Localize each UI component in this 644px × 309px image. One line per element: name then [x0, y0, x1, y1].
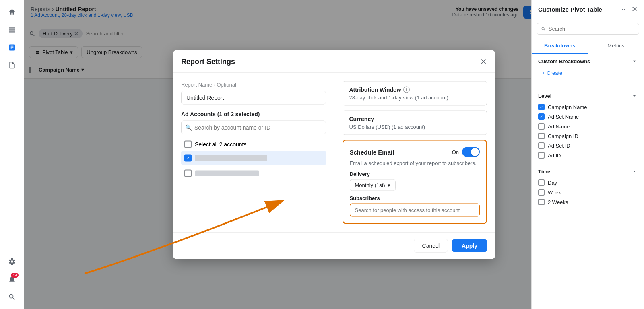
breakdown-item-label: Campaign ID [548, 133, 578, 139]
account-2-name [195, 171, 259, 176]
panel-section-custom-breakdowns: Custom Breakdowns + Create [532, 54, 644, 89]
modal-close-button[interactable]: ✕ [480, 57, 487, 66]
time-item-label: 2 Weeks [548, 199, 568, 205]
custom-breakdowns-label: Custom Breakdowns [538, 58, 590, 64]
sidebar-item-apps[interactable] [5, 23, 19, 37]
modal-left: Report Name · Optional Ad Accounts (1 of… [173, 73, 334, 232]
breakdown-item-label: Campaign Name [548, 104, 587, 110]
schedule-title: Schedule Email [350, 148, 394, 155]
report-name-input[interactable] [181, 91, 326, 105]
schedule-toggle[interactable] [462, 147, 480, 157]
select-all-label: Select all 2 accounts [195, 141, 246, 148]
ad-accounts-label: Ad Accounts (1 of 2 selected) [181, 111, 326, 117]
time-item-label: Week [548, 190, 561, 196]
breakdown-item-label: Ad Set Name [548, 114, 579, 120]
breakdown-items: Campaign NameAd Set NameAd NameCampaign … [538, 102, 638, 160]
right-panel: Customize Pivot Table ⋯ ✕ Breakdowns Met… [531, 0, 644, 309]
time-item[interactable]: Day [538, 178, 638, 187]
breakdown-item-label: Ad ID [548, 152, 561, 159]
breakdown-item[interactable]: Ad ID [538, 150, 638, 160]
cancel-button[interactable]: Cancel [414, 239, 448, 253]
account-search-input[interactable] [181, 121, 326, 134]
currency-value: US Dollars (USD) (1 ad account) [349, 124, 481, 130]
panel-tabs: Breakdowns Metrics [532, 39, 644, 54]
account-search-wrap: 🔍 [181, 121, 326, 134]
right-panel-title: Customize Pivot Table [538, 6, 602, 13]
divider [538, 80, 638, 80]
create-breakdown-button[interactable]: + Create [538, 68, 638, 78]
custom-breakdowns-header: Custom Breakdowns [538, 58, 638, 64]
delivery-value: Monthly (1st) [355, 182, 385, 188]
account-1-checkbox[interactable] [184, 154, 192, 162]
notification-count: 49 [11, 273, 18, 278]
attribution-value: 28-day click and 1-day view (1 ad accoun… [349, 95, 481, 101]
toggle-label: On [452, 149, 459, 155]
sidebar-item-search[interactable] [5, 290, 19, 304]
delivery-chevron-icon: ▾ [388, 182, 390, 188]
breakdown-item[interactable]: Ad Set Name [538, 112, 638, 122]
panel-section-level: Level Campaign NameAd Set NameAd NameCam… [532, 89, 644, 164]
breakdown-item[interactable]: Campaign Name [538, 102, 638, 112]
breakdown-item[interactable]: Campaign ID [538, 131, 638, 141]
time-item-checkbox[interactable] [538, 199, 545, 205]
account-1-name [195, 155, 267, 161]
time-item-checkbox[interactable] [538, 179, 545, 186]
breakdown-item-checkbox[interactable] [538, 123, 545, 130]
account-search-icon: 🔍 [185, 124, 192, 131]
schedule-email-section: Schedule Email On Email a scheduled expo… [343, 140, 487, 224]
currency-title: Currency [349, 116, 481, 122]
breakdown-item-checkbox[interactable] [538, 104, 545, 110]
select-all-checkbox[interactable] [184, 141, 192, 148]
account-item-2[interactable] [181, 167, 326, 180]
account-2-checkbox[interactable] [184, 170, 192, 177]
modal-header: Report Settings ✕ [173, 50, 495, 73]
toggle-row: On [452, 147, 480, 157]
account-list: Select all 2 accounts [181, 138, 326, 180]
sidebar-item-reports[interactable] [5, 58, 19, 72]
breakdown-item[interactable]: Ad Set ID [538, 141, 638, 150]
delivery-select[interactable]: Monthly (1st) ▾ [350, 179, 396, 191]
panel-search-input[interactable] [549, 26, 635, 32]
breakdown-item-checkbox[interactable] [538, 142, 545, 149]
level-label: Level [538, 93, 551, 99]
sidebar-item-notifications[interactable]: 49 [5, 272, 19, 286]
toggle-knob [471, 148, 479, 156]
report-settings-modal: Report Settings ✕ Report Name · Optional… [173, 50, 495, 259]
time-item[interactable]: 2 Weeks [538, 197, 638, 207]
apply-button[interactable]: Apply [452, 239, 487, 252]
breakdown-item-label: Ad Name [548, 124, 570, 130]
time-item[interactable]: Week [538, 187, 638, 197]
subscribers-input[interactable] [350, 204, 480, 217]
time-items: DayWeek2 Weeks [538, 178, 638, 207]
report-name-label: Report Name · Optional [181, 81, 326, 88]
breakdown-item-checkbox[interactable] [538, 133, 545, 139]
time-item-label: Day [548, 180, 557, 186]
attribution-window-section: Attribution Window ℹ 28-day click and 1-… [343, 81, 487, 106]
account-item-1[interactable] [181, 151, 326, 165]
modal-body: Report Name · Optional Ad Accounts (1 of… [173, 73, 495, 232]
tab-metrics[interactable]: Metrics [588, 39, 644, 54]
right-panel-close-button[interactable]: ✕ [632, 5, 638, 14]
schedule-desc: Email a scheduled export of your report … [350, 160, 480, 166]
breakdown-item-label: Ad Set ID [548, 143, 570, 149]
breakdown-item[interactable]: Ad Name [538, 122, 638, 131]
tab-breakdowns[interactable]: Breakdowns [532, 39, 588, 54]
attribution-info-icon[interactable]: ℹ [403, 87, 410, 93]
currency-section: Currency US Dollars (USD) (1 ad account) [343, 111, 487, 135]
level-header: Level [538, 93, 638, 99]
sidebar-item-settings[interactable] [5, 254, 19, 269]
subscribers-label: Subscribers [350, 195, 480, 201]
sidebar-item-add-report[interactable] [5, 40, 19, 55]
time-header: Time [538, 168, 638, 175]
breakdown-item-checkbox[interactable] [538, 152, 545, 159]
breakdown-item-checkbox[interactable] [538, 113, 545, 120]
panel-search [537, 23, 639, 35]
select-all-item[interactable]: Select all 2 accounts [181, 138, 326, 151]
time-item-checkbox[interactable] [538, 189, 545, 196]
panel-more-button[interactable]: ⋯ [621, 5, 628, 14]
modal-footer: Cancel Apply [173, 232, 495, 259]
panel-section-time: Time DayWeek2 Weeks [532, 164, 644, 211]
modal-right: Attribution Window ℹ 28-day click and 1-… [334, 73, 495, 232]
right-panel-header: Customize Pivot Table ⋯ ✕ [532, 0, 644, 19]
sidebar-item-home[interactable] [5, 5, 19, 19]
